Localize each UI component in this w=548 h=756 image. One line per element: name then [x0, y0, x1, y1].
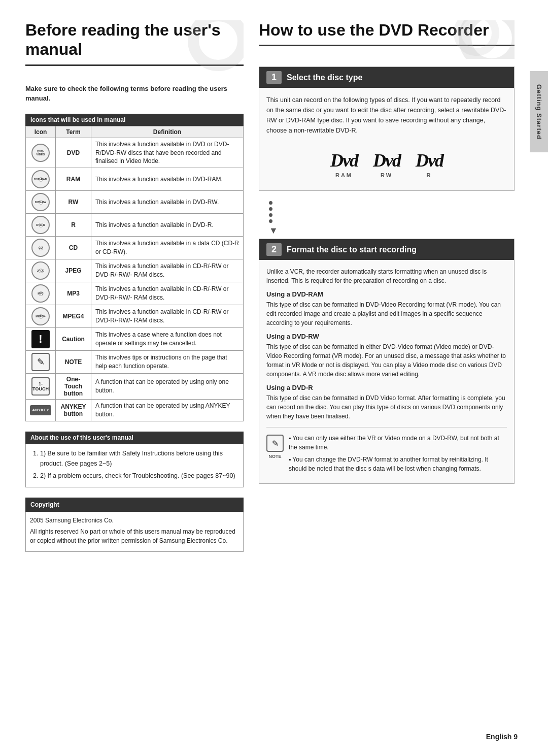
icon-cell: CD: [26, 237, 56, 259]
copyright-header: Copyright: [25, 498, 244, 512]
term-cell: MP3: [56, 282, 91, 305]
dvd-sub-label: RW: [373, 172, 400, 178]
definition-cell: This involves a function available in DV…: [91, 138, 244, 168]
subsection-heading: Using a DVD-R: [266, 384, 507, 391]
definition-cell: A function that can be operated by using…: [91, 374, 244, 400]
table-row: ✎NOTEThis involves tips or instructions …: [26, 351, 244, 374]
icons-table: Icon Term Definition DVD-VIDEODVDThis in…: [25, 126, 244, 421]
about-item: 2) If a problem occurs, check for Troubl…: [40, 471, 239, 481]
dvd-text-logo: Dvd: [373, 150, 400, 171]
table-header-row: Icon Term Definition: [26, 126, 244, 138]
definition-cell: This involves tips or instructions on th…: [91, 351, 244, 374]
definition-cell: This involves a function available in CD…: [91, 282, 244, 305]
definition-cell: This involves a function available in DV…: [91, 168, 244, 191]
page-container: Getting Started Before reading the user'…: [0, 0, 548, 756]
col-icon: Icon: [26, 126, 56, 138]
table-row: MP3MP3This involves a function available…: [26, 282, 244, 305]
table-row: CDCDThis involves a function available i…: [26, 237, 244, 259]
left-column: Before reading the user's manual Make su…: [25, 20, 244, 736]
dvd-text-logo: Dvd: [416, 150, 443, 171]
step1-content: This unit can record on the following ty…: [259, 88, 514, 190]
left-title-area: Before reading the user's manual: [25, 20, 244, 79]
step1-intro: This unit can record on the following ty…: [266, 95, 507, 136]
table-row: MPEG4MPEG4This involves a function avail…: [26, 305, 244, 328]
dvd-logo-item: DvdRAM: [330, 150, 358, 178]
icon-cell: ANYKEY: [26, 400, 56, 421]
table-row: DVD-RAMRAMThis involves a function avail…: [26, 168, 244, 191]
dvd-logo-item: DvdR: [416, 150, 443, 178]
about-item: 1) Be sure to be familiar with Safety In…: [40, 448, 239, 469]
icon-cell: !: [26, 328, 56, 351]
dvd-text-logo: Dvd: [330, 150, 358, 171]
dot1: [269, 201, 272, 205]
note-box: ✎ NOTE ▪ You can only use either the VR …: [266, 427, 507, 476]
term-cell: RAM: [56, 168, 91, 191]
step2-box: 2 Format the disc to start recording Unl…: [259, 239, 515, 484]
step2-content: Unlike a VCR, the recorder automatically…: [259, 260, 514, 483]
icons-section-header: Icons that will be used in manual: [25, 114, 244, 126]
note-icon: ✎: [266, 435, 284, 452]
term-cell: ANYKEY button: [56, 400, 91, 421]
subsection-text: This type of disc can be formatted in ei…: [266, 342, 507, 379]
icon-cell: 1-TOUCH: [26, 374, 56, 400]
col-definition: Definition: [91, 126, 244, 138]
left-page-title: Before reading the user's manual: [25, 20, 244, 66]
step1-number: 1: [266, 71, 282, 84]
term-cell: DVD: [56, 138, 91, 168]
icon-cell: MPEG4: [26, 305, 56, 328]
table-row: !CautionThis involves a case where a fun…: [26, 328, 244, 351]
step2-intro: Unlike a VCR, the recorder automatically…: [266, 267, 507, 285]
dvd-logos: DvdRAMDvdRWDvdR: [266, 140, 507, 183]
side-tab: Getting Started: [530, 71, 548, 152]
step2-subsections: Using a DVD-RAMThis type of disc can be …: [266, 290, 507, 421]
copyright-line: 2005 Samsung Electronics Co.: [30, 516, 239, 525]
note-item: ▪ You can only use either the VR or Vide…: [289, 434, 507, 452]
about-section: About the use of this user's manual 1) B…: [25, 432, 244, 487]
icon-cell: ✎: [26, 351, 56, 374]
definition-cell: This involves a function available in DV…: [91, 214, 244, 237]
about-list: 1) Be sure to be familiar with Safety In…: [25, 444, 244, 487]
right-page-title: How to use the DVD Recorder: [259, 20, 515, 46]
copyright-section: Copyright 2005 Samsung Electronics Co.Al…: [25, 498, 244, 552]
step1-header: 1 Select the disc type: [259, 67, 514, 88]
dot3: [269, 213, 272, 217]
subsection-heading: Using a DVD-RAM: [266, 290, 507, 298]
subsection-text: This type of disc can be formatted in DV…: [266, 300, 507, 327]
definition-cell: This involves a function available in CD…: [91, 305, 244, 328]
dot4: [269, 219, 272, 223]
page-footer: English 9: [486, 733, 518, 741]
dot2: [269, 207, 272, 211]
icon-cell: DVD-VIDEO: [26, 138, 56, 168]
icon-cell: DVD-RW: [26, 191, 56, 214]
col-term: Term: [56, 126, 91, 138]
subsection-text: This type of disc can be formatted in DV…: [266, 393, 507, 421]
about-header: About the use of this user's manual: [25, 432, 244, 444]
icons-table-section: Icons that will be used in manual Icon T…: [25, 114, 244, 421]
term-cell: Caution: [56, 328, 91, 351]
step1-title: Select the disc type: [287, 73, 362, 82]
main-content: Before reading the user's manual Make su…: [0, 0, 530, 756]
icon-cell: MP3: [26, 282, 56, 305]
right-column: How to use the DVD Recorder 1 Select the…: [259, 20, 515, 736]
dots-connector: ▼: [259, 199, 515, 239]
dvd-sub-label: R: [416, 172, 443, 178]
arrow-down: ▼: [269, 225, 278, 236]
note-item: ▪ You can change the DVD-RW format to an…: [289, 455, 507, 473]
table-row: JPEGJPEGThis involves a function availab…: [26, 259, 244, 282]
table-row: DVD-RWRWThis involves a function availab…: [26, 191, 244, 214]
term-cell: CD: [56, 237, 91, 259]
term-cell: NOTE: [56, 351, 91, 374]
note-text-area: ▪ You can only use either the VR or Vide…: [289, 434, 507, 476]
term-cell: MPEG4: [56, 305, 91, 328]
right-title-area: How to use the DVD Recorder: [259, 20, 515, 59]
icon-cell: DVD-RAM: [26, 168, 56, 191]
step1-box: 1 Select the disc type This unit can rec…: [259, 67, 515, 191]
icon-cell: DVD-R: [26, 214, 56, 237]
definition-cell: This involves a case where a function do…: [91, 328, 244, 351]
dvd-sub-label: RAM: [330, 172, 358, 178]
term-cell: JPEG: [56, 259, 91, 282]
step2-number: 2: [266, 243, 282, 256]
dvd-logo-item: DvdRW: [373, 150, 400, 178]
subsection-heading: Using a DVD-RW: [266, 333, 507, 340]
term-cell: One-Touch button: [56, 374, 91, 400]
